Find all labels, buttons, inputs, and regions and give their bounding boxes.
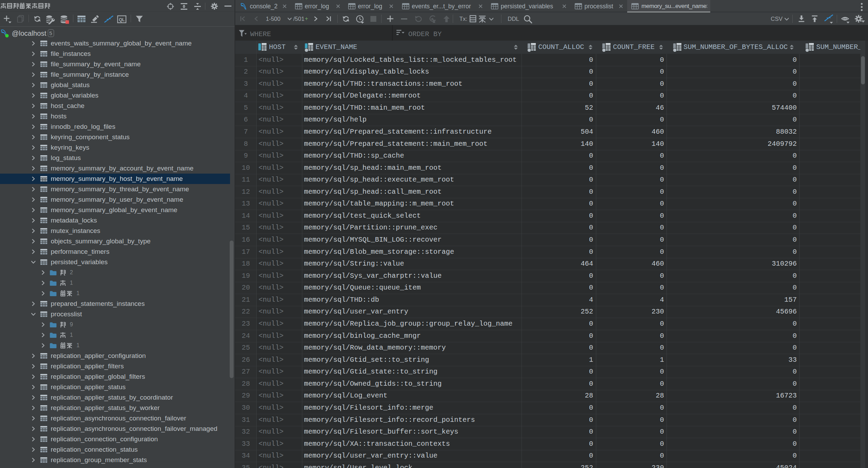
svg-text:QL: QL: [119, 17, 125, 22]
